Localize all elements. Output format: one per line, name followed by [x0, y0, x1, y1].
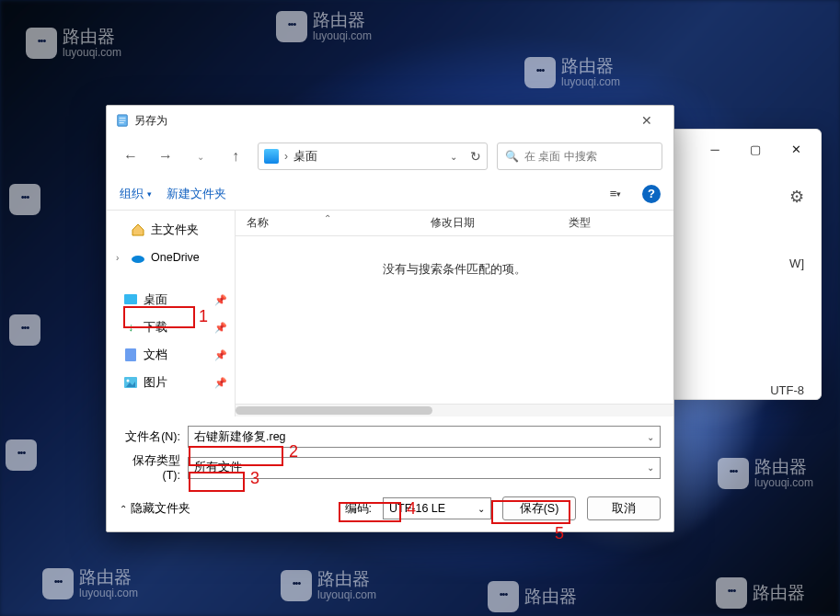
chevron-up-icon: ⌃: [120, 504, 127, 514]
home-icon: [131, 222, 145, 237]
filetype-value: 所有文件: [194, 460, 242, 475]
pin-icon: 📌: [214, 377, 227, 389]
dialog-titlebar: 另存为 ✕: [107, 106, 673, 135]
hide-folders-label: 隐藏文件夹: [131, 501, 190, 517]
filetype-select[interactable]: 所有文件 ⌄: [188, 457, 661, 479]
sidebar-item-home[interactable]: 主文件夹: [107, 216, 235, 244]
address-dropdown-icon[interactable]: ⌄: [450, 152, 457, 162]
forward-button[interactable]: →: [153, 143, 178, 169]
sidebar-label: OneDrive: [151, 251, 200, 264]
watermark: 路由器luyouqi.com: [26, 28, 121, 59]
dialog-close-button[interactable]: ✕: [629, 108, 664, 132]
watermark: 路由器: [716, 577, 805, 609]
sidebar-label: 图片: [144, 375, 167, 391]
watermark: 路由器luyouqi.com: [281, 570, 376, 601]
watermark: 路由器luyouqi.com: [524, 57, 620, 88]
history-chevron[interactable]: ⌄: [188, 143, 213, 169]
view-options-button[interactable]: ≡ ▾: [604, 182, 627, 206]
maximize-button[interactable]: ▢: [736, 135, 775, 163]
filename-input[interactable]: 右键新建修复.reg ⌄: [188, 426, 661, 448]
sidebar-label: 主文件夹: [151, 222, 199, 238]
breadcrumb-sep: ›: [284, 150, 288, 163]
refresh-icon[interactable]: ↻: [470, 149, 481, 164]
sidebar-label: 文档: [144, 348, 167, 363]
watermark: 路由器luyouqi.com: [42, 568, 138, 599]
bg-text: W]: [789, 257, 804, 270]
column-headers: ⌃ 名称 修改日期 类型: [236, 211, 673, 236]
sidebar-item-desktop[interactable]: 桌面 📌: [107, 286, 235, 314]
breadcrumb-location[interactable]: 桌面: [293, 149, 317, 165]
dialog-footer: ⌃ 隐藏文件夹 编码: UTF-16 LE ⌄ 保存(S) 取消: [107, 491, 673, 531]
sidebar-label: 下载: [144, 320, 167, 336]
pictures-icon: [123, 375, 138, 390]
document-icon: [123, 348, 138, 362]
horizontal-scrollbar[interactable]: [236, 404, 673, 416]
watermark: [9, 314, 40, 346]
col-type[interactable]: 类型: [558, 215, 673, 231]
svg-point-4: [132, 256, 144, 263]
pin-icon: 📌: [214, 322, 227, 334]
address-bar[interactable]: › 桌面 ⌄ ↻: [258, 143, 488, 170]
watermark: [9, 184, 40, 215]
chevron-down-icon[interactable]: ⌄: [647, 432, 654, 442]
search-icon: 🔍: [505, 150, 519, 163]
chevron-down-icon[interactable]: ⌄: [647, 462, 654, 473]
watermark: 路由器: [488, 581, 577, 612]
empty-message: 没有与搜索条件匹配的项。: [236, 236, 673, 404]
svg-rect-6: [125, 348, 136, 361]
watermark-sub: luyouqi.com: [63, 47, 121, 59]
dialog-title: 另存为: [134, 113, 167, 129]
back-button[interactable]: ←: [118, 143, 144, 169]
chevron-down-icon[interactable]: ⌄: [478, 504, 485, 514]
search-placeholder: 在 桌面 中搜索: [524, 149, 597, 165]
hide-folders-toggle[interactable]: ⌃ 隐藏文件夹: [120, 501, 190, 517]
lock-icon: [26, 28, 57, 59]
close-button[interactable]: ✕: [777, 135, 815, 163]
col-modified[interactable]: 修改日期: [420, 215, 558, 231]
download-icon: ↓: [123, 320, 138, 335]
file-list-pane: ⌃ 名称 修改日期 类型 没有与搜索条件匹配的项。: [236, 211, 673, 416]
notepad-icon: [116, 114, 129, 127]
svg-point-8: [127, 380, 130, 382]
desktop-icon: [264, 149, 279, 164]
filename-label: 文件名(N):: [120, 429, 184, 445]
pin-icon: 📌: [214, 349, 227, 361]
dialog-toolbar: 组织▾ 新建文件夹 ≡ ▾ ?: [107, 177, 673, 211]
watermark: [6, 439, 37, 471]
organize-menu[interactable]: 组织▾: [120, 186, 152, 202]
watermark: 路由器luyouqi.com: [718, 458, 813, 489]
filetype-label: 保存类型(T):: [120, 453, 184, 482]
sidebar-label: 桌面: [144, 292, 167, 308]
sidebar-item-documents[interactable]: 文档 📌: [107, 341, 235, 369]
gear-icon[interactable]: ⚙: [789, 187, 804, 207]
new-folder-button[interactable]: 新建文件夹: [167, 186, 226, 202]
sidebar-item-pictures[interactable]: 图片 📌: [107, 369, 235, 396]
sidebar-item-downloads[interactable]: ↓ 下载 📌: [107, 314, 235, 341]
dialog-nav: ← → ⌄ ↑ › 桌面 ⌄ ↻ 🔍 在 桌面 中搜索: [107, 135, 673, 177]
onedrive-icon: [131, 250, 145, 265]
encoding-label: 编码:: [345, 501, 372, 517]
filename-value: 右键新建修复.reg: [194, 429, 286, 445]
dialog-form: 文件名(N): 右键新建修复.reg ⌄ 保存类型(T): 所有文件 ⌄: [107, 416, 673, 491]
watermark: 路由器luyouqi.com: [276, 11, 372, 42]
watermark-title: 路由器: [63, 27, 115, 46]
desktop-icon: [123, 292, 138, 307]
sidebar: 主文件夹 › OneDrive 桌面 📌 ↓ 下载 📌 文档 📌: [107, 211, 236, 416]
svg-rect-5: [124, 294, 137, 304]
cancel-button[interactable]: 取消: [587, 496, 661, 520]
save-as-dialog: 另存为 ✕ ← → ⌄ ↑ › 桌面 ⌄ ↻ 🔍 在 桌面 中搜索 组织▾ 新建…: [106, 105, 674, 532]
help-button[interactable]: ?: [642, 185, 661, 203]
sidebar-item-onedrive[interactable]: › OneDrive: [107, 244, 235, 271]
bg-encoding: UTF-8: [770, 383, 804, 397]
pin-icon: 📌: [214, 294, 227, 306]
encoding-value: UTF-16 LE: [389, 502, 445, 515]
up-button[interactable]: ↑: [223, 143, 248, 169]
save-button[interactable]: 保存(S): [502, 496, 576, 520]
sort-indicator-icon: ⌃: [324, 213, 331, 223]
col-name[interactable]: ⌃ 名称: [236, 215, 420, 231]
search-input[interactable]: 🔍 在 桌面 中搜索: [497, 143, 662, 170]
minimize-button[interactable]: ─: [696, 135, 734, 163]
background-window: ─ ▢ ✕ ⚙ W] UTF-8: [656, 129, 822, 400]
encoding-select[interactable]: UTF-16 LE ⌄: [383, 497, 491, 519]
